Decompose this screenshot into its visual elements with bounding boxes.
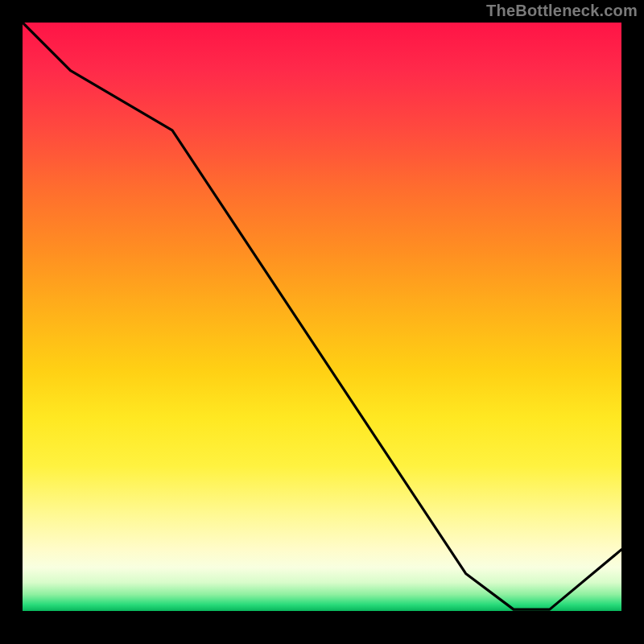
- plot-area: [23, 23, 621, 621]
- gradient-background: [23, 23, 621, 621]
- attribution-text: TheBottleneck.com: [486, 2, 638, 20]
- chart-container: TheBottleneck.com: [0, 0, 644, 644]
